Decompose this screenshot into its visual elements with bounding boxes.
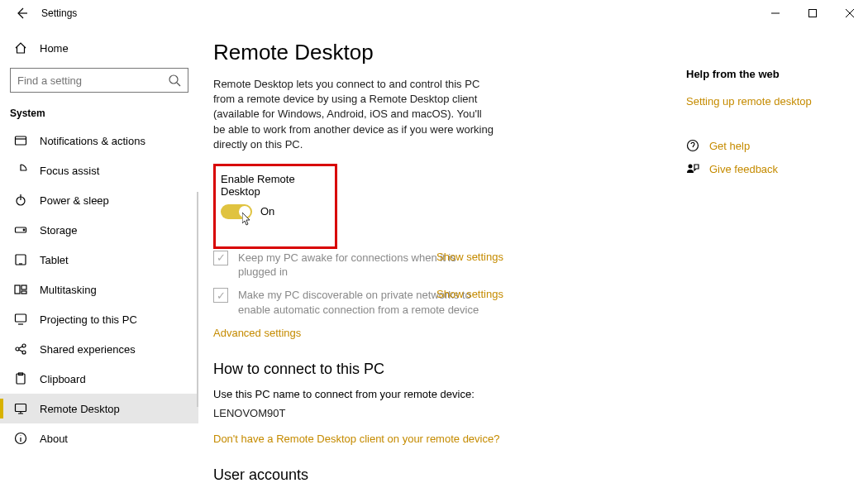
toggle-state: On [260, 205, 274, 218]
svg-rect-7 [15, 285, 20, 294]
how-to-connect-title: How to connect to this PC [213, 361, 673, 378]
sidebar-item-label: Projecting to this PC [40, 313, 137, 326]
sidebar-item-label: Clipboard [40, 373, 86, 385]
notifications-icon [13, 134, 28, 147]
get-help-link[interactable]: Get help [709, 140, 750, 152]
sidebar-item-label: Remote Desktop [40, 403, 120, 415]
sidebar-item-notifications[interactable]: Notifications & actions [0, 126, 198, 155]
sidebar-item-power-sleep[interactable]: Power & sleep [0, 185, 198, 215]
sidebar-item-about[interactable]: About [0, 423, 198, 453]
sidebar-item-label: Tablet [40, 254, 69, 266]
window-title: Settings [41, 7, 77, 19]
remote-desktop-icon [13, 402, 28, 415]
svg-rect-8 [21, 285, 26, 289]
give-feedback-link[interactable]: Give feedback [709, 163, 778, 175]
svg-point-5 [23, 229, 25, 231]
no-client-link[interactable]: Don't have a Remote Desktop client on yo… [213, 433, 499, 445]
page-title: Remote Desktop [213, 40, 673, 65]
sidebar-home[interactable]: Home [0, 33, 198, 63]
enable-label: Enable Remote Desktop [221, 173, 327, 198]
svg-point-13 [22, 351, 26, 354]
sidebar-item-label: Power & sleep [40, 194, 109, 207]
sidebar-item-label: Notifications & actions [40, 135, 145, 147]
show-settings-link-1[interactable]: Show settings [436, 251, 503, 263]
sidebar-item-shared-experiences[interactable]: Shared experiences [0, 334, 198, 364]
sidebar-section-label: System [0, 103, 198, 126]
multitasking-icon [13, 283, 28, 296]
sidebar-item-label: About [40, 433, 68, 445]
svg-point-1 [169, 75, 178, 84]
focus-icon [13, 164, 28, 177]
close-button[interactable] [831, 0, 868, 26]
svg-point-11 [16, 347, 19, 351]
cursor-icon [242, 213, 252, 226]
feedback-icon [686, 162, 699, 175]
projecting-icon [13, 313, 28, 326]
help-pane: Help from the web Setting up remote desk… [686, 26, 851, 483]
sidebar-home-label: Home [40, 42, 69, 55]
advanced-settings-link[interactable]: Advanced settings [213, 327, 301, 339]
svg-rect-0 [808, 10, 816, 17]
power-icon [13, 194, 28, 207]
search-icon [167, 74, 182, 87]
search-input[interactable] [10, 68, 188, 93]
sidebar-item-multitasking[interactable]: Multitasking [0, 275, 198, 304]
get-help-icon [686, 139, 699, 152]
svg-point-18 [688, 141, 699, 151]
sidebar-item-clipboard[interactable]: Clipboard [0, 364, 198, 394]
keep-awake-checkbox[interactable]: ✓ [213, 251, 228, 265]
how-to-connect-text: Use this PC name to connect from your re… [213, 388, 673, 400]
scrollbar-indicator[interactable] [197, 192, 198, 407]
user-accounts-title: User accounts [213, 466, 673, 483]
svg-rect-2 [16, 136, 26, 145]
storage-icon [13, 223, 28, 237]
show-settings-link-2[interactable]: Show settings [436, 288, 503, 300]
maximize-button[interactable] [794, 0, 831, 26]
tablet-icon [13, 253, 28, 266]
svg-point-19 [689, 165, 693, 169]
sidebar-item-label: Shared experiences [40, 343, 136, 356]
sidebar-item-label: Multitasking [40, 284, 97, 296]
sidebar-item-focus-assist[interactable]: Focus assist [0, 155, 198, 185]
sidebar-item-remote-desktop[interactable]: Remote Desktop [0, 394, 198, 423]
sidebar-item-label: Focus assist [40, 165, 99, 177]
help-from-web-title: Help from the web [686, 68, 851, 80]
clipboard-icon [13, 372, 28, 385]
sidebar: Home System Notifications & actions Focu… [0, 26, 198, 483]
home-icon [13, 41, 28, 55]
shared-icon [13, 342, 28, 356]
pc-name: LENOVOM90T [213, 407, 673, 419]
minimize-button[interactable] [756, 0, 794, 26]
highlight-red-box: Enable Remote Desktop On [213, 164, 337, 249]
svg-point-12 [22, 344, 26, 347]
sidebar-item-label: Storage [40, 224, 78, 237]
discoverable-checkbox[interactable]: ✓ [213, 288, 228, 303]
back-icon[interactable] [13, 7, 30, 20]
intro-text: Remote Desktop lets you connect to and c… [213, 77, 494, 152]
sidebar-item-tablet[interactable]: Tablet [0, 245, 198, 275]
svg-rect-9 [21, 291, 26, 294]
svg-rect-10 [16, 314, 26, 322]
sidebar-item-storage[interactable]: Storage [0, 215, 198, 245]
about-icon [13, 432, 28, 445]
svg-rect-16 [16, 404, 26, 412]
content-pane: Remote Desktop Remote Desktop lets you c… [198, 26, 686, 483]
help-link-setup[interactable]: Setting up remote desktop [686, 95, 851, 108]
svg-rect-6 [16, 255, 26, 265]
sidebar-item-projecting[interactable]: Projecting to this PC [0, 304, 198, 334]
